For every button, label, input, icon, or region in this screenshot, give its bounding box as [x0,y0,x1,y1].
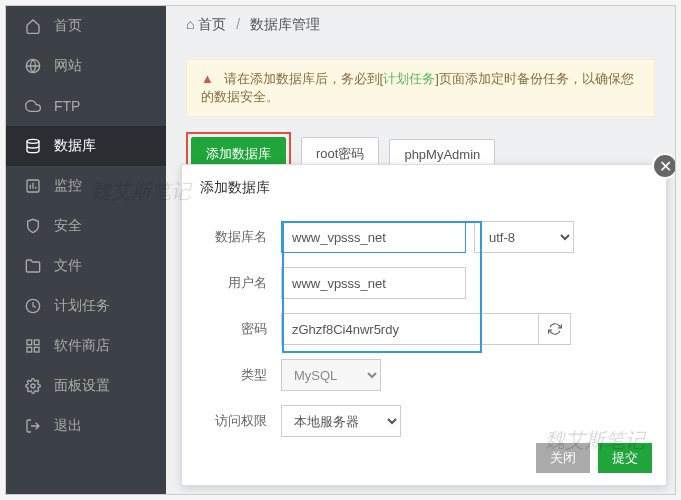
logout-icon [24,417,42,435]
label-access: 访问权限 [197,412,267,430]
svg-rect-6 [34,347,39,352]
warning-icon: ▲ [201,71,214,86]
sidebar-item-security[interactable]: 安全 [6,206,166,246]
sidebar-label: 面板设置 [54,377,110,395]
sidebar-item-site[interactable]: 网站 [6,46,166,86]
sidebar-item-files[interactable]: 文件 [6,246,166,286]
sidebar-label: 网站 [54,57,82,75]
sidebar-item-monitor[interactable]: 监控 [6,166,166,206]
database-icon [24,137,42,155]
chart-icon [24,177,42,195]
sidebar-label: 首页 [54,17,82,35]
sidebar-label: 数据库 [54,137,96,155]
alert-banner: ▲ 请在添加数据库后，务必到[计划任务]页面添加定时备份任务，以确保您的数据安全… [186,59,655,117]
globe-icon [24,57,42,75]
home-icon [24,17,42,35]
alert-prefix: 请在添加数据库后，务必到[ [224,71,384,86]
breadcrumb: ⌂ 首页 / 数据库管理 [166,6,675,44]
charset-select[interactable]: utf-8 [474,221,574,253]
breadcrumb-sep: / [236,16,240,32]
cloud-icon [24,97,42,115]
svg-point-1 [27,139,39,143]
shield-icon [24,217,42,235]
username-input[interactable] [281,267,466,299]
label-pwd: 密码 [197,320,267,338]
submit-button[interactable]: 提交 [598,443,652,473]
sidebar-item-settings[interactable]: 面板设置 [6,366,166,406]
sidebar-label: 安全 [54,217,82,235]
dbname-input[interactable] [281,221,466,253]
sidebar-item-cron[interactable]: 计划任务 [6,286,166,326]
refresh-icon [548,322,562,336]
breadcrumb-current: 数据库管理 [250,16,320,32]
regenerate-password-button[interactable] [539,313,571,345]
gear-icon [24,377,42,395]
modal-footer: 关闭 提交 [536,443,652,473]
svg-rect-4 [27,340,32,345]
sidebar-item-store[interactable]: 软件商店 [6,326,166,366]
home-icon: ⌂ [186,16,194,32]
sidebar-label: 软件商店 [54,337,110,355]
sidebar-label: 文件 [54,257,82,275]
breadcrumb-home[interactable]: 首页 [198,16,226,32]
cancel-button[interactable]: 关闭 [536,443,590,473]
grid-icon [24,337,42,355]
sidebar-item-ftp[interactable]: FTP [6,86,166,126]
clock-icon [24,297,42,315]
type-select[interactable]: MySQL [281,359,381,391]
access-select[interactable]: 本地服务器 [281,405,401,437]
modal-form: 数据库名 utf-8 用户名 密码 类型 MySQL [182,211,666,461]
close-icon[interactable]: ✕ [652,153,676,179]
label-type: 类型 [197,366,267,384]
label-dbname: 数据库名 [197,228,267,246]
sidebar-item-logout[interactable]: 退出 [6,406,166,446]
sidebar: 首页 网站 FTP 数据库 监控 安全 文件 计划任务 [6,6,166,494]
svg-rect-5 [34,340,39,345]
sidebar-item-database[interactable]: 数据库 [6,126,166,166]
modal-title: 添加数据库 [182,165,666,211]
password-input[interactable] [281,313,539,345]
sidebar-label: 监控 [54,177,82,195]
sidebar-label: 退出 [54,417,82,435]
add-database-modal: ✕ 添加数据库 数据库名 utf-8 用户名 密码 [181,164,667,486]
label-user: 用户名 [197,274,267,292]
svg-point-8 [31,384,35,388]
sidebar-item-home[interactable]: 首页 [6,6,166,46]
alert-link[interactable]: 计划任务 [383,71,435,86]
sidebar-label: 计划任务 [54,297,110,315]
sidebar-label: FTP [54,98,80,114]
svg-rect-7 [27,347,32,352]
folder-icon [24,257,42,275]
